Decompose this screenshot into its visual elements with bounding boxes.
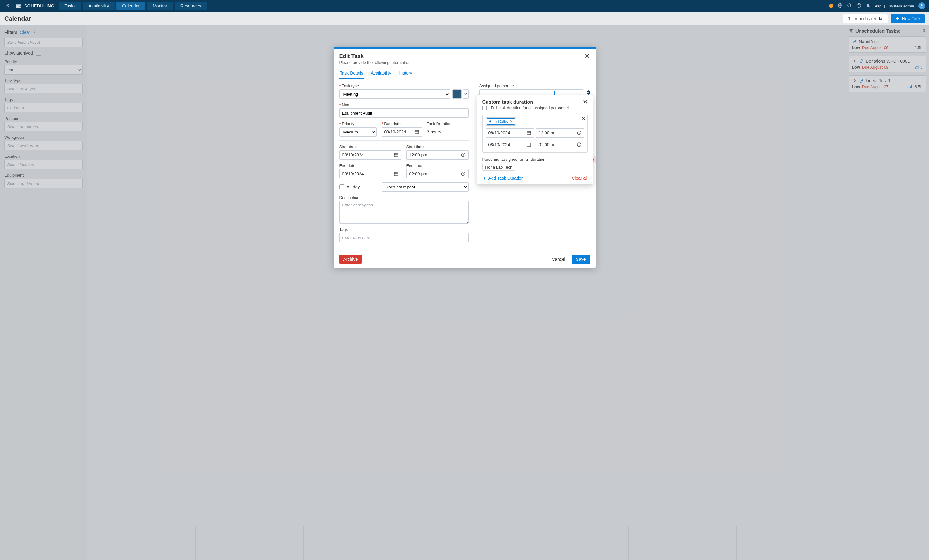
tags-label: Tags bbox=[339, 227, 469, 232]
slot-person-chip[interactable]: Beth Colby ✕ bbox=[486, 118, 515, 125]
modal-right-column: Assigned personnel Beth Colby ✕ Fiona La… bbox=[474, 79, 596, 251]
full-duration-label: Full task duration for all assigned pers… bbox=[491, 106, 569, 110]
clock-icon bbox=[576, 142, 581, 147]
help-icon[interactable] bbox=[856, 3, 861, 9]
modal-title: Edit Task bbox=[339, 53, 411, 60]
name-label: Name bbox=[339, 103, 469, 107]
calendar-logo-icon bbox=[15, 3, 22, 9]
tags-input[interactable] bbox=[339, 233, 469, 242]
chevron-down-icon[interactable] bbox=[463, 89, 469, 99]
slot-end-date[interactable]: 08/10/2024 bbox=[486, 140, 534, 149]
description-textarea[interactable] bbox=[339, 201, 469, 223]
clock-icon bbox=[461, 152, 466, 158]
nav-tab-monitor[interactable]: Monitor bbox=[147, 2, 173, 10]
top-nav: SCHEDULING Tasks Availability Calendar M… bbox=[0, 0, 929, 12]
priority-label: Priority bbox=[339, 121, 377, 126]
end-date-input[interactable]: 08/10/2024 bbox=[339, 169, 402, 179]
end-time-input[interactable]: 02:00 pm bbox=[406, 169, 469, 179]
calendar-icon bbox=[526, 142, 531, 147]
end-date-label: End date bbox=[339, 163, 402, 168]
import-calendar-button[interactable]: Import calendar bbox=[843, 14, 888, 23]
svg-point-3 bbox=[19, 6, 21, 8]
all-day-label: All day bbox=[347, 184, 360, 189]
clear-all-link[interactable]: Clear all bbox=[572, 176, 587, 181]
archive-button[interactable]: Archive bbox=[339, 254, 362, 264]
app-brand: SCHEDULING bbox=[15, 3, 55, 9]
end-time-label: End time bbox=[406, 163, 469, 168]
calendar-icon bbox=[526, 130, 531, 135]
slot-person-label: Beth Colby bbox=[489, 119, 509, 124]
add-task-duration-label: Add Task Duration bbox=[488, 176, 524, 181]
all-day-checkbox[interactable] bbox=[339, 184, 344, 189]
assigned-full-duration-label: Personnel assigned for full duration bbox=[482, 157, 588, 162]
task-color-picker[interactable] bbox=[452, 89, 469, 99]
main-layout: Filters Clear Show archived Priority All… bbox=[0, 26, 929, 560]
color-swatch bbox=[452, 89, 462, 99]
close-icon[interactable] bbox=[584, 53, 590, 65]
assigned-full-duration-chip[interactable]: Fiona Lab Tech bbox=[482, 164, 515, 171]
svg-rect-10 bbox=[394, 153, 398, 157]
start-time-input[interactable]: 12:00 pm bbox=[406, 150, 469, 159]
status-dot-icon[interactable] bbox=[829, 4, 833, 8]
modal-left-column: Task type Meeting Name bbox=[334, 79, 474, 251]
start-time-label: Start time bbox=[406, 144, 469, 149]
nav-tabs: Tasks Availability Calendar Monitor Reso… bbox=[59, 2, 207, 10]
plus-icon bbox=[895, 16, 900, 21]
nav-tab-tasks[interactable]: Tasks bbox=[59, 2, 81, 10]
cancel-button[interactable]: Cancel bbox=[548, 254, 569, 264]
slot-start-date[interactable]: 08/10/2024 bbox=[486, 128, 534, 138]
upload-icon bbox=[847, 16, 852, 21]
edit-task-modal: Edit Task Please provide the following i… bbox=[334, 47, 596, 268]
globe-icon[interactable] bbox=[838, 3, 843, 9]
due-date-value: 08/10/2024 bbox=[385, 129, 406, 135]
task-type-label: Task type bbox=[339, 84, 469, 88]
svg-rect-18 bbox=[527, 143, 530, 147]
priority-select[interactable]: Medium bbox=[339, 127, 377, 136]
brand-text: SCHEDULING bbox=[24, 3, 55, 8]
due-date-input[interactable]: 08/10/2024 bbox=[382, 127, 422, 136]
modal-header: Edit Task Please provide the following i… bbox=[334, 49, 596, 68]
clock-icon bbox=[576, 130, 581, 135]
duration-slot: Beth Colby ✕ 08/10/2024 12:00 pm 08/10/2… bbox=[482, 114, 588, 153]
svg-rect-9 bbox=[415, 130, 419, 134]
start-date-input[interactable]: 08/10/2024 bbox=[339, 150, 402, 159]
calendar-icon bbox=[394, 171, 399, 176]
duration-value: 2 hours bbox=[427, 127, 469, 136]
modal-tab-history[interactable]: History bbox=[398, 68, 413, 79]
plus-icon bbox=[482, 176, 486, 181]
nav-tab-resources[interactable]: Resources bbox=[175, 2, 207, 10]
calendar-icon bbox=[394, 152, 399, 158]
import-calendar-label: Import calendar bbox=[854, 16, 884, 21]
modal-tabs: Task Details Availability History bbox=[334, 68, 596, 79]
chip-remove-icon[interactable]: ✕ bbox=[509, 119, 513, 124]
modal-tab-details[interactable]: Task Details bbox=[339, 68, 364, 79]
task-type-select[interactable]: Meeting bbox=[339, 89, 450, 99]
search-icon[interactable] bbox=[847, 3, 852, 9]
back-chevron-icon[interactable] bbox=[4, 2, 14, 10]
svg-point-5 bbox=[848, 4, 851, 7]
svg-rect-1 bbox=[16, 4, 21, 5]
modal-tab-availability[interactable]: Availability bbox=[370, 68, 392, 79]
new-task-button[interactable]: New Task bbox=[891, 14, 924, 23]
calendar-icon bbox=[414, 129, 419, 135]
slot-end-time[interactable]: 01:00 pm bbox=[536, 140, 584, 149]
add-task-duration-link[interactable]: Add Task Duration bbox=[482, 176, 524, 181]
full-duration-checkbox[interactable] bbox=[482, 106, 486, 110]
bell-icon[interactable] bbox=[866, 3, 871, 9]
tenant-label: esp | bbox=[875, 4, 885, 8]
nav-tab-availability[interactable]: Availability bbox=[83, 2, 115, 10]
slot-remove-icon[interactable] bbox=[581, 116, 586, 121]
assigned-personnel-label: Assigned personnel bbox=[480, 84, 590, 88]
topnav-right: esp | system admin bbox=[829, 3, 925, 9]
modal-body: Task type Meeting Name bbox=[334, 79, 596, 251]
name-input[interactable] bbox=[339, 108, 469, 118]
nav-tab-calendar[interactable]: Calendar bbox=[117, 2, 145, 10]
user-avatar-icon[interactable] bbox=[918, 3, 925, 9]
custom-duration-popover: Custom task duration Full task duration … bbox=[477, 95, 593, 185]
repeat-select[interactable]: Does not repeat bbox=[382, 182, 469, 191]
svg-point-7 bbox=[921, 5, 923, 6]
start-date-label: Start date bbox=[339, 144, 402, 149]
save-button[interactable]: Save bbox=[572, 254, 590, 264]
slot-start-time[interactable]: 12:00 pm bbox=[536, 128, 584, 138]
popover-close-icon[interactable] bbox=[583, 99, 588, 105]
